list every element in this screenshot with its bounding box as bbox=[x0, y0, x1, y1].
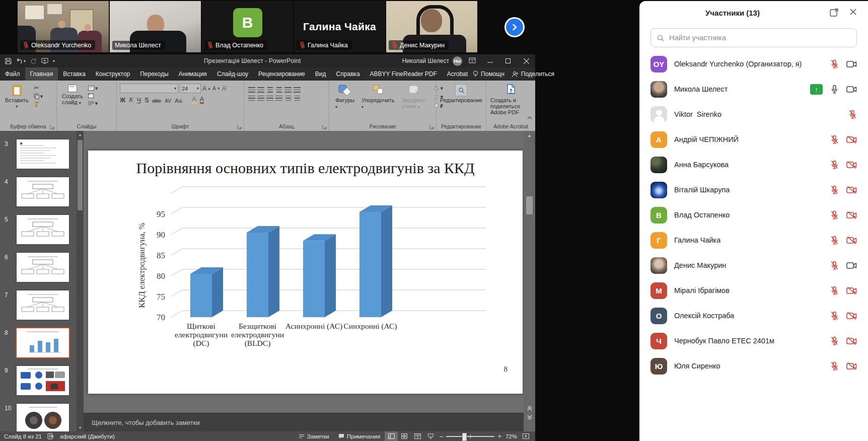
search-input[interactable] bbox=[668, 33, 850, 42]
tab-рецензирование[interactable]: Рецензирование bbox=[253, 67, 310, 81]
scrollbar-thumb[interactable] bbox=[526, 196, 533, 214]
zoom-in-button[interactable]: + bbox=[497, 432, 501, 440]
scrollbar-thumb[interactable] bbox=[78, 140, 83, 210]
slide-preview[interactable] bbox=[17, 404, 69, 431]
shrink-font-button[interactable]: А▼ bbox=[212, 86, 221, 92]
slide-thumbnail-3[interactable]: 3 bbox=[0, 139, 77, 169]
comments-toggle[interactable]: Примечания bbox=[334, 431, 385, 441]
participant-row[interactable]: OYOleksandr Yurchenko (Организатор, я) bbox=[639, 51, 868, 77]
numbering-button[interactable] bbox=[257, 87, 264, 93]
align-left-button[interactable] bbox=[248, 96, 255, 101]
slide-thumbnail-6[interactable]: 6 bbox=[0, 253, 77, 282]
zoom-slider-handle[interactable] bbox=[462, 433, 467, 441]
slide-thumbnail-9[interactable]: 9 bbox=[0, 366, 77, 395]
video-tile-3[interactable]: B Влад Остапенко bbox=[202, 1, 293, 52]
video-tile-4[interactable]: Галина Чайка Галина Чайка bbox=[294, 1, 385, 52]
account-info[interactable]: Николай Шелест НШ bbox=[402, 56, 476, 66]
font-color-button[interactable]: А bbox=[200, 97, 204, 104]
redo-icon[interactable] bbox=[30, 58, 37, 64]
participant-row[interactable]: ЧЧернобук Павло ЕТЕС 2401м bbox=[639, 328, 868, 353]
slide-thumbnail-10[interactable]: 10 bbox=[0, 404, 77, 431]
slide-scrollbar[interactable]: ▲ bbox=[524, 131, 535, 431]
character-spacing-button[interactable]: AV bbox=[165, 98, 171, 104]
format-painter-button[interactable] bbox=[34, 101, 43, 107]
participant-row[interactable]: ММіралі Ібрагімов bbox=[639, 278, 868, 303]
strikethrough-button[interactable]: abc bbox=[152, 98, 161, 104]
quick-styles-button[interactable]: Экспресс-стили ▾ bbox=[400, 84, 428, 110]
slide-counter[interactable]: Слайд 8 из 21 bbox=[0, 431, 46, 441]
tab-файл[interactable]: Файл bbox=[0, 67, 25, 81]
change-case-button[interactable]: Aa bbox=[175, 98, 182, 104]
notes-pane[interactable]: Щелкните, чтобы добавить заметки bbox=[84, 413, 524, 431]
collapse-ribbon-icon[interactable] bbox=[527, 116, 533, 120]
slide-preview[interactable] bbox=[17, 177, 69, 206]
participant-row[interactable]: Микола Шелест ↑ bbox=[639, 77, 868, 102]
slideshow-view-button[interactable] bbox=[424, 431, 437, 441]
dialog-launcher-icon[interactable] bbox=[322, 124, 327, 129]
text-direction-button[interactable] bbox=[294, 87, 301, 93]
slide-preview[interactable] bbox=[17, 139, 69, 169]
slide-thumbnail-5[interactable]: 5 bbox=[0, 215, 77, 244]
tellme-help[interactable]: Помощн bbox=[473, 70, 504, 78]
italic-button[interactable]: К bbox=[129, 96, 133, 104]
tab-переходы[interactable]: Переходы bbox=[135, 67, 173, 81]
participant-row[interactable]: Анна Барсукова bbox=[639, 152, 868, 177]
section-button[interactable]: ▾ bbox=[88, 100, 98, 106]
slide-preview[interactable] bbox=[17, 215, 69, 244]
zoom-out-button[interactable]: − bbox=[439, 432, 443, 440]
customize-qat-icon[interactable]: ▾ bbox=[53, 59, 55, 63]
participant-row[interactable]: ЮЮля Сиренко bbox=[639, 353, 868, 379]
scroll-up-icon[interactable]: ▲ bbox=[77, 131, 84, 138]
previous-slide-button[interactable] bbox=[525, 404, 534, 412]
new-slide-button[interactable]: Создать слайд ▾ bbox=[60, 84, 85, 106]
participant-row[interactable]: ВВлад Остапенко bbox=[639, 202, 868, 228]
font-name-combo[interactable]: ▾ bbox=[120, 84, 178, 93]
arrange-button[interactable]: Упорядочить ▾ bbox=[360, 84, 395, 110]
fit-to-window-button[interactable] bbox=[519, 431, 532, 441]
video-tile-2[interactable]: Микола Шелест bbox=[110, 1, 201, 52]
video-tile-5[interactable]: Денис Макурин bbox=[386, 1, 477, 52]
participant-row[interactable]: ГГалина Чайка bbox=[639, 228, 868, 253]
shapes-button[interactable]: Фигуры ▾ bbox=[334, 84, 355, 110]
justify-button[interactable] bbox=[275, 96, 282, 101]
popout-icon[interactable] bbox=[830, 8, 838, 17]
copy-button[interactable]: ▾ bbox=[34, 93, 43, 99]
tab-анимация[interactable]: Анимация bbox=[174, 67, 212, 81]
next-videos-button[interactable] bbox=[504, 17, 525, 37]
participant-row[interactable]: Viktor Sirenko bbox=[639, 102, 868, 127]
font-size-combo[interactable]: 24▾ bbox=[180, 84, 201, 93]
align-right-button[interactable] bbox=[266, 96, 273, 101]
align-center-button[interactable] bbox=[257, 96, 264, 101]
dialog-launcher-icon[interactable] bbox=[429, 124, 435, 129]
close-icon[interactable] bbox=[849, 8, 857, 16]
dialog-launcher-icon[interactable] bbox=[237, 124, 242, 129]
tab-главная[interactable]: Главная bbox=[25, 67, 58, 81]
tab-вставка[interactable]: Вставка bbox=[58, 67, 91, 81]
video-tile-1[interactable]: Oleksandr Yurchenko bbox=[18, 1, 109, 52]
zoom-percent[interactable]: 72% bbox=[503, 431, 519, 441]
tab-abbyy-finereader-pdf[interactable]: ABBYY FineReader PDF bbox=[365, 67, 442, 81]
share-button[interactable]: Поделиться bbox=[512, 70, 554, 78]
tab-слайд-шоу[interactable]: Слайд-шоу bbox=[212, 67, 253, 81]
close-button[interactable] bbox=[517, 54, 535, 67]
save-icon[interactable] bbox=[5, 58, 12, 64]
next-slide-button[interactable] bbox=[525, 413, 534, 421]
cut-button[interactable]: ✂ bbox=[34, 85, 43, 91]
slide-thumbnail-8[interactable]: 8 bbox=[0, 328, 77, 357]
scroll-down-icon[interactable]: ▼ bbox=[77, 424, 84, 431]
text-shadow-button[interactable]: S bbox=[144, 97, 149, 104]
editing-button[interactable]: Редактирование ▾ bbox=[439, 84, 483, 110]
slide-preview[interactable] bbox=[17, 290, 69, 320]
slide-sorter-view-button[interactable] bbox=[398, 431, 411, 441]
slide-thumbnail-7[interactable]: 7 bbox=[0, 290, 77, 320]
reading-view-button[interactable] bbox=[411, 431, 424, 441]
paste-button[interactable]: Вставить▾ bbox=[3, 84, 31, 110]
language-selector[interactable]: афарский (Джибути) bbox=[55, 431, 119, 441]
underline-button[interactable]: Ч bbox=[137, 97, 141, 104]
normal-view-button[interactable] bbox=[385, 431, 398, 441]
scroll-up-icon[interactable]: ▲ bbox=[526, 132, 533, 139]
notes-toggle[interactable]: Заметки bbox=[294, 431, 334, 441]
smartart-convert-button[interactable] bbox=[295, 96, 300, 101]
slide-thumbnail-4[interactable]: 4 bbox=[0, 177, 77, 206]
participant-row[interactable]: ООлексій Костраба bbox=[639, 303, 868, 328]
